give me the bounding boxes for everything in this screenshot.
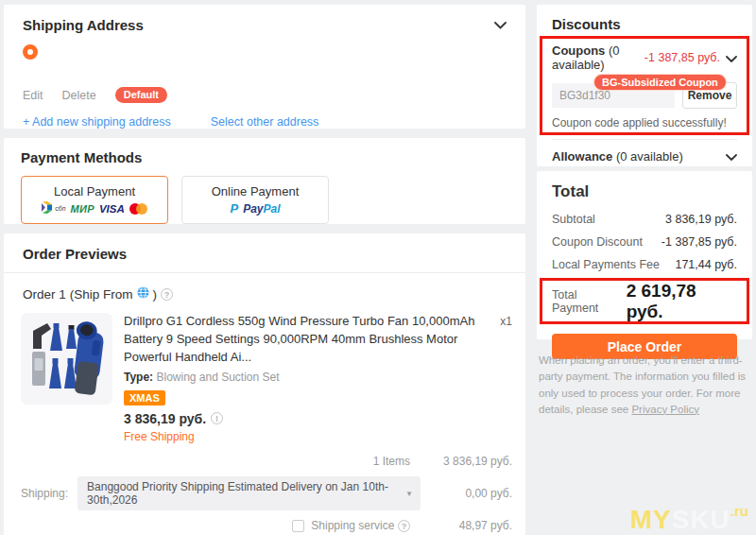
paypal-wordmark: PayPal: [243, 202, 280, 216]
local-payment-label: Local Payment: [54, 184, 135, 198]
payment-methods-section: Payment Methods Local Payment: [4, 138, 525, 224]
payment-methods-title: Payment Methods: [21, 149, 508, 165]
allowance-toggle[interactable]: Allowance (0 available): [552, 140, 737, 172]
total-payment-value: 2 619,78 руб.: [627, 281, 737, 322]
chevron-down-icon[interactable]: [726, 51, 737, 65]
total-payment-row: Total Payment 2 619,78 руб.: [552, 281, 737, 322]
product-price: 3 836,19 руб.: [124, 411, 206, 426]
dropdown-caret-icon: ▾: [407, 489, 412, 498]
total-subtotal-value: 3 836,19 руб.: [665, 213, 737, 226]
coupon-type-badge: BG-Subsidized Coupon: [593, 74, 727, 91]
privacy-policy-link[interactable]: Privacy Policy: [631, 404, 699, 415]
globe-icon: [137, 286, 149, 302]
shipping-method-dropdown[interactable]: Banggood Priority Shipping Estimated Del…: [77, 476, 421, 510]
delete-address-link[interactable]: Delete: [62, 89, 96, 102]
paypal-icon: P: [230, 201, 238, 216]
shipping-service-help-icon[interactable]: ?: [398, 520, 410, 532]
mastercard-icon: [129, 203, 147, 215]
items-count-label: 1 Items: [373, 455, 410, 468]
shipping-label: Shipping:: [21, 487, 68, 500]
left-column: Shipping Address Edit Delete Default + A…: [4, 5, 525, 535]
discounts-title: Discounts: [552, 16, 737, 32]
mir-icon: МИР: [71, 203, 94, 215]
allowance-available-count: (0 available): [616, 149, 683, 164]
coupon-block: Coupons (0 available) -1 387,85 руб. BG-…: [552, 43, 737, 129]
total-title: Total: [552, 182, 737, 201]
sbp-text: сбп: [55, 205, 65, 212]
xmas-badge: XMAS: [124, 390, 165, 406]
product-title[interactable]: Drillpro G1 Cordless 550g Wind Pressure …: [124, 313, 483, 367]
shipping-address-title: Shipping Address: [23, 17, 144, 33]
shipping-service-value: 48,97 руб.: [410, 519, 512, 532]
coupons-toggle[interactable]: Coupons (0 available) -1 387,85 руб.: [552, 43, 737, 72]
ship-from-help-icon[interactable]: ?: [161, 288, 173, 301]
shipping-address-section: Shipping Address Edit Delete Default + A…: [4, 5, 525, 129]
local-payment-option[interactable]: Local Payment сбп МИР VISA: [21, 176, 168, 224]
ship-from-close: ): [153, 287, 158, 302]
chevron-down-icon[interactable]: [494, 18, 507, 32]
local-payments-fee-value: 171,44 руб.: [675, 258, 737, 271]
address-radio[interactable]: [23, 44, 38, 60]
edit-address-link[interactable]: Edit: [23, 89, 43, 102]
order-previews-section: Order Previews Order 1 (Ship From: [4, 233, 525, 535]
product-type-label: Type:: [124, 371, 153, 384]
chevron-down-icon[interactable]: [726, 149, 737, 164]
sbp-icon: [42, 201, 53, 216]
product-type-value: Blowing and Suction Set: [156, 371, 279, 384]
ship-from-label: (Ship From: [70, 287, 133, 302]
default-badge: Default: [115, 87, 167, 103]
add-new-address-link[interactable]: + Add new shipping address: [23, 115, 171, 129]
product-row: Drillpro G1 Cordless 550g Wind Pressure …: [21, 313, 512, 443]
free-shipping-label: Free Shipping: [124, 430, 489, 443]
order-number-label: Order 1: [23, 287, 66, 302]
items-total-value: 3 836,19 руб.: [410, 455, 512, 468]
right-column: Discounts Coupons (0 available) -1 387,8…: [537, 5, 752, 535]
coupon-status-message: Coupon code applied successfully!: [552, 116, 737, 129]
visa-icon: VISA: [99, 203, 125, 215]
allowance-label: Allowance: [552, 149, 612, 164]
total-subtotal-label: Subtotal: [552, 213, 595, 226]
coupon-discount-value: -1 387,85 руб.: [662, 235, 737, 249]
total-payment-label: Total Payment: [552, 288, 627, 315]
product-quantity: x1: [500, 315, 512, 443]
coupons-label: Coupons: [552, 43, 605, 58]
price-info-icon[interactable]: !: [211, 412, 223, 424]
online-payment-label: Online Payment: [212, 184, 300, 198]
coupons-discount-amount: -1 387,85 руб.: [644, 51, 720, 64]
coupon-discount-label: Coupon Discount: [552, 235, 643, 249]
discounts-section: Discounts Coupons (0 available) -1 387,8…: [537, 5, 752, 166]
total-section: Total Subtotal 3 836,19 руб. Coupon Disc…: [537, 171, 752, 339]
product-image[interactable]: [21, 313, 112, 443]
shipping-service-checkbox[interactable]: [292, 520, 304, 532]
checkout-layout: Shipping Address Edit Delete Default + A…: [0, 0, 756, 535]
shipping-cost-value: 0,00 руб.: [421, 487, 512, 500]
payment-disclaimer: When placing an order, you'll enter a th…: [537, 353, 752, 418]
shipping-service-label: Shipping service: [311, 519, 394, 532]
select-other-address-link[interactable]: Select other address: [211, 115, 319, 129]
order-previews-title: Order Previews: [23, 246, 507, 262]
order-summary: 1 Items 3 836,19 руб. Shipping: Banggood…: [21, 455, 512, 535]
online-payment-option[interactable]: Online Payment P PayPal: [181, 176, 329, 224]
local-payments-fee-label: Local Payments Fee: [552, 258, 660, 271]
